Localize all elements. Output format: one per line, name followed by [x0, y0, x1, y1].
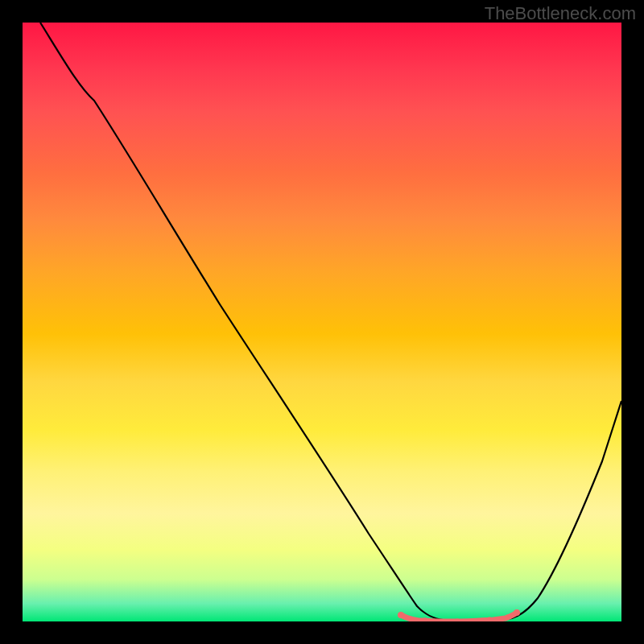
chart-svg [23, 23, 621, 621]
highlight-dot-left [398, 612, 404, 618]
main-curve [40, 23, 621, 621]
highlight-dot-mid3 [487, 617, 493, 622]
chart-plot-area [23, 23, 621, 621]
watermark-text: TheBottleneck.com [485, 3, 636, 24]
highlight-dot-mid1 [423, 618, 428, 622]
highlight-dot-mid2 [455, 619, 460, 622]
highlight-dot-right [514, 609, 520, 616]
highlight-segment [401, 613, 517, 621]
